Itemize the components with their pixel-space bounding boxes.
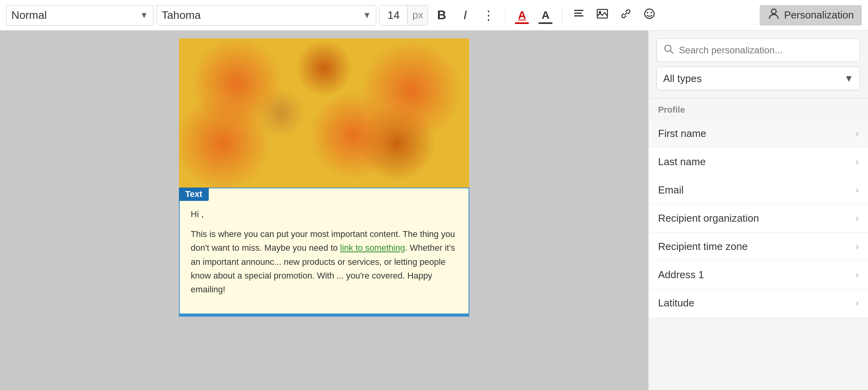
svg-point-17 bbox=[390, 49, 423, 82]
body-link[interactable]: link to something bbox=[340, 243, 405, 253]
svg-line-33 bbox=[320, 91, 344, 148]
svg-point-37 bbox=[325, 55, 345, 91]
item-chevron-icon: › bbox=[856, 157, 859, 167]
item-label: Latitude bbox=[658, 297, 695, 309]
text-color-button[interactable]: A bbox=[512, 5, 532, 26]
personalization-button[interactable]: Personalization bbox=[760, 5, 862, 26]
toolbar-divider-1 bbox=[505, 7, 505, 23]
svg-rect-0 bbox=[574, 10, 584, 11]
svg-point-11 bbox=[203, 55, 233, 85]
profile-section-label: Profile bbox=[649, 105, 868, 120]
text-block-content: Hi , This is where you can put your most… bbox=[180, 188, 469, 313]
item-chevron-icon: › bbox=[856, 213, 859, 224]
list-item[interactable]: Address 1 › bbox=[649, 261, 868, 289]
item-chevron-icon: › bbox=[856, 270, 859, 280]
item-chevron-icon: › bbox=[856, 185, 859, 195]
svg-line-31 bbox=[312, 95, 336, 152]
search-icon bbox=[663, 44, 674, 57]
list-item[interactable]: Latitude › bbox=[649, 289, 868, 317]
list-item[interactable]: Last name › bbox=[649, 148, 868, 176]
svg-point-16 bbox=[383, 42, 430, 89]
highlight-button[interactable]: A bbox=[535, 5, 556, 26]
text-block-bottom-bar bbox=[180, 313, 469, 316]
svg-point-7 bbox=[651, 12, 652, 13]
svg-point-34 bbox=[308, 54, 329, 94]
svg-point-23 bbox=[334, 131, 385, 182]
svg-point-22 bbox=[224, 139, 244, 158]
svg-line-32 bbox=[305, 101, 328, 154]
list-item[interactable]: First name › bbox=[649, 120, 868, 148]
svg-rect-1 bbox=[574, 13, 582, 14]
panel-divider bbox=[649, 98, 868, 98]
list-item[interactable]: Recipient time zone › bbox=[649, 233, 868, 261]
svg-point-18 bbox=[397, 56, 416, 76]
svg-point-13 bbox=[253, 42, 293, 82]
svg-point-35 bbox=[317, 44, 331, 92]
item-label: Address 1 bbox=[658, 269, 704, 281]
font-size-input[interactable] bbox=[380, 5, 407, 25]
list-item[interactable]: Email › bbox=[649, 176, 868, 204]
font-dropdown[interactable]: Tahoma ▼ bbox=[157, 5, 376, 26]
svg-point-28 bbox=[315, 107, 341, 126]
svg-point-36 bbox=[323, 47, 338, 91]
greeting-paragraph: Hi , bbox=[191, 207, 458, 221]
svg-point-27 bbox=[291, 124, 318, 148]
link-button[interactable] bbox=[616, 5, 636, 26]
personalization-list: First name › Last name › Email › Recipie… bbox=[649, 120, 868, 390]
svg-point-30 bbox=[299, 87, 350, 154]
type-filter-chevron-icon: ▼ bbox=[844, 73, 853, 84]
toolbar-divider-2 bbox=[562, 7, 562, 23]
person-icon bbox=[768, 7, 780, 23]
link-icon bbox=[620, 7, 632, 23]
item-label: Recipient time zone bbox=[658, 241, 748, 253]
font-size-unit: px bbox=[407, 5, 428, 25]
emoji-icon bbox=[643, 7, 656, 23]
image-button[interactable] bbox=[592, 5, 613, 26]
fruit-svg bbox=[179, 38, 469, 188]
main-content: Text Hi , This is where you can put your… bbox=[0, 31, 868, 390]
text-block-label: Text bbox=[179, 188, 209, 201]
toolbar: Normal ▼ Tahoma ▼ px B I ⋮ A A bbox=[0, 0, 868, 31]
fruit-image bbox=[179, 38, 469, 188]
text-color-icon: A bbox=[518, 9, 526, 22]
search-input[interactable] bbox=[679, 45, 853, 56]
search-box bbox=[656, 38, 860, 62]
font-dropdown-arrow: ▼ bbox=[363, 10, 371, 20]
emoji-button[interactable] bbox=[639, 5, 660, 26]
svg-point-21 bbox=[217, 132, 250, 165]
svg-point-20 bbox=[210, 125, 257, 172]
style-dropdown-arrow: ▼ bbox=[140, 10, 148, 20]
type-filter-label: All types bbox=[663, 73, 702, 85]
text-block[interactable]: Text Hi , This is where you can put your… bbox=[179, 188, 469, 317]
svg-point-6 bbox=[647, 12, 648, 13]
align-button[interactable] bbox=[569, 5, 589, 26]
body-paragraph: This is where you can put your most impo… bbox=[191, 227, 458, 296]
list-item[interactable]: Recipient organization › bbox=[649, 204, 868, 233]
svg-point-19 bbox=[424, 76, 467, 119]
svg-point-15 bbox=[265, 54, 281, 70]
svg-point-25 bbox=[348, 145, 370, 167]
item-chevron-icon: › bbox=[856, 242, 859, 252]
svg-rect-2 bbox=[574, 15, 584, 16]
svg-point-12 bbox=[210, 61, 227, 78]
bold-button[interactable]: B bbox=[431, 5, 452, 26]
svg-point-24 bbox=[341, 138, 377, 174]
svg-point-5 bbox=[645, 9, 654, 18]
italic-button[interactable]: I bbox=[455, 5, 475, 26]
item-label: Recipient organization bbox=[658, 212, 759, 224]
type-filter-dropdown[interactable]: All types ▼ bbox=[656, 67, 860, 90]
email-canvas: Text Hi , This is where you can put your… bbox=[179, 38, 469, 317]
more-options-button[interactable]: ⋮ bbox=[478, 5, 499, 26]
svg-point-38 bbox=[301, 61, 325, 93]
item-chevron-icon: › bbox=[856, 298, 859, 308]
style-dropdown[interactable]: Normal ▼ bbox=[6, 5, 153, 26]
item-chevron-icon: › bbox=[856, 129, 859, 139]
svg-point-8 bbox=[771, 9, 776, 14]
item-label: Last name bbox=[658, 156, 706, 168]
image-block[interactable] bbox=[179, 38, 469, 188]
image-icon bbox=[596, 7, 609, 23]
font-size-control: px bbox=[379, 5, 428, 26]
align-icon bbox=[573, 7, 585, 23]
item-label: First name bbox=[658, 128, 706, 140]
personalization-label: Personalization bbox=[784, 9, 854, 21]
